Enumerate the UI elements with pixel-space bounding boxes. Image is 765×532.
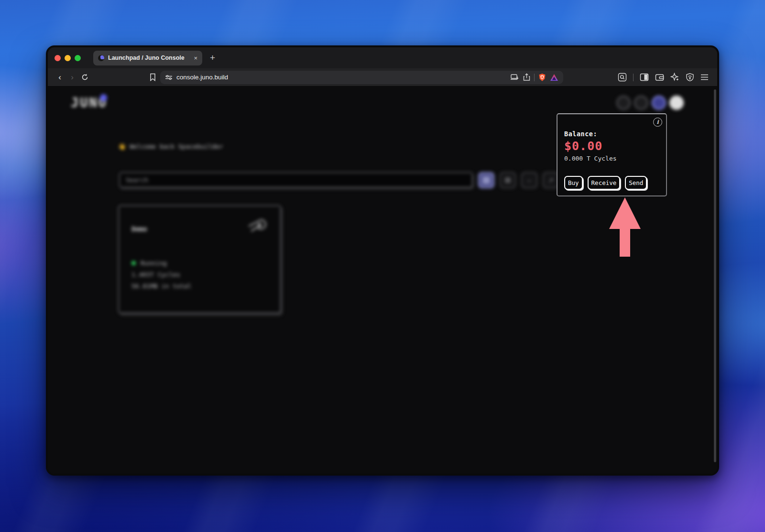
back-button[interactable]: ‹ <box>54 73 66 82</box>
downloads-icon[interactable] <box>510 74 519 81</box>
balance-label: Balance: <box>564 130 659 138</box>
wallet-icon[interactable] <box>655 74 664 81</box>
status-dot-icon <box>131 261 136 265</box>
tab-title: Launchpad / Juno Console <box>108 54 190 61</box>
juno-logo-dot-icon <box>100 94 107 101</box>
search-input[interactable] <box>119 172 473 188</box>
tab-launchpad[interactable]: Launchpad / Juno Console × <box>93 51 202 65</box>
credits-icon[interactable] <box>616 96 631 110</box>
balance-actions: Buy Receive Send <box>564 176 647 190</box>
browser-toolbar: ‹ › console.juno.build <box>48 68 717 87</box>
balance-popover: i Balance: $0.00 0.000 T Cycles Buy Rece… <box>557 113 667 196</box>
sidebar-toggle-icon[interactable] <box>640 73 649 81</box>
browser-window: Launchpad / Juno Console × + ‹ › console… <box>46 45 719 476</box>
search-row: – ↗ <box>119 172 559 188</box>
history-icon[interactable] <box>634 96 648 110</box>
satellite-card[interactable]: Demo Running 1.403T Cycles 56.81MB in to… <box>118 205 281 314</box>
tab-close-icon[interactable]: × <box>194 54 197 62</box>
minimize-window-button[interactable] <box>65 55 71 61</box>
reload-button[interactable] <box>78 73 91 81</box>
profile-avatar[interactable] <box>669 96 684 110</box>
satellite-status-row: Running <box>131 260 268 267</box>
url-text: console.juno.build <box>176 74 228 81</box>
satellite-cycles: 1.403T Cycles <box>131 271 268 278</box>
balance-amount: $0.00 <box>564 139 659 153</box>
juno-console-page: JUNO 👋 Welcome back Spacebuilder – ↗ <box>48 87 717 476</box>
close-window-button[interactable] <box>55 55 61 61</box>
traffic-lights <box>55 55 81 61</box>
balance-cycles: 0.000 T Cycles <box>564 155 659 162</box>
welcome-message: 👋 Welcome back Spacebuilder <box>118 143 223 150</box>
juno-logo[interactable]: JUNO <box>71 94 108 110</box>
leo-ai-icon[interactable] <box>670 73 679 82</box>
satellite-sketch-icon <box>248 216 270 238</box>
satellite-storage: 56.81MB in total <box>131 282 268 290</box>
brave-rewards-icon[interactable] <box>550 74 558 81</box>
info-icon[interactable]: i <box>653 118 662 127</box>
list-view-button[interactable] <box>500 172 516 188</box>
header-account-icons <box>616 96 684 110</box>
collapse-button[interactable]: – <box>521 172 537 188</box>
send-button[interactable]: Send <box>625 176 647 190</box>
satellite-status: Running <box>141 260 167 267</box>
share-icon[interactable] <box>523 73 530 81</box>
url-bar[interactable]: console.juno.build <box>160 71 563 84</box>
new-tab-button[interactable]: + <box>210 53 215 63</box>
urlbar-separator <box>534 74 535 81</box>
forward-button[interactable]: › <box>66 73 78 82</box>
scrollbar[interactable] <box>714 89 716 462</box>
wallet-balance-icon[interactable] <box>652 96 666 110</box>
site-settings-icon[interactable] <box>165 74 173 81</box>
annotation-arrow-icon <box>609 197 641 259</box>
toolbar-right-cluster <box>618 73 711 82</box>
search-tabs-icon[interactable] <box>618 73 627 82</box>
grid-view-button[interactable] <box>478 172 494 188</box>
tab-bar: Launchpad / Juno Console × + <box>48 47 717 68</box>
menu-icon[interactable] <box>700 74 709 80</box>
buy-button[interactable]: Buy <box>564 176 583 190</box>
juno-favicon-icon <box>98 55 104 61</box>
brave-shields-icon[interactable] <box>538 73 546 82</box>
bookmark-icon[interactable] <box>149 73 156 81</box>
receive-button[interactable]: Receive <box>588 176 621 190</box>
vpn-shield-icon[interactable] <box>686 73 694 82</box>
zoom-window-button[interactable] <box>75 55 81 61</box>
toolbar-separator <box>633 74 634 81</box>
